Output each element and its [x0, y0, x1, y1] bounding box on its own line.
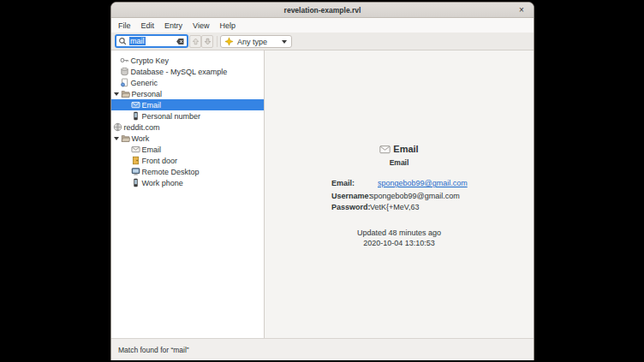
tree-item-email-work[interactable]: Email — [111, 144, 264, 155]
search-input-value: mail — [129, 37, 146, 45]
expander-icon[interactable] — [114, 92, 119, 96]
email-icon — [131, 145, 140, 154]
tree-item-database-mysql[interactable]: Database - MySQL example — [111, 66, 264, 77]
title-bar[interactable]: revelation-example.rvl × — [111, 3, 534, 18]
updated-relative-text: Updated 48 minutes ago — [265, 228, 534, 237]
database-icon — [120, 67, 129, 76]
app-window: revelation-example.rvl × File Edit Entry… — [110, 2, 534, 360]
menu-edit[interactable]: Edit — [136, 18, 160, 33]
monitor-icon — [131, 167, 140, 176]
find-next-button[interactable] — [201, 35, 213, 48]
email-field-label: Email: — [331, 179, 355, 187]
phone-icon — [131, 178, 140, 187]
username-value: spongebob99@gmail.com — [370, 192, 460, 200]
folder-icon — [121, 134, 130, 143]
toolbar-separator — [217, 36, 218, 47]
desktop-background: revelation-example.rvl × File Edit Entry… — [0, 0, 644, 362]
tree-item-email-personal[interactable]: Email — [111, 99, 264, 110]
expander-icon[interactable] — [114, 137, 119, 140]
generic-document-icon — [120, 78, 129, 87]
tree-item-work-phone[interactable]: Work phone — [111, 177, 264, 188]
toolbar: mail An — [111, 33, 534, 50]
arrow-down-icon — [203, 37, 212, 46]
phone-icon — [131, 111, 140, 121]
main-area: Crypto Key Database - MySQL example Gene… — [111, 50, 534, 338]
tree-item-work-folder[interactable]: Work — [111, 133, 264, 144]
key-icon — [120, 56, 129, 65]
door-icon — [131, 156, 140, 165]
menu-bar: File Edit Entry View Help — [111, 18, 534, 33]
menu-file[interactable]: File — [113, 18, 136, 33]
type-filter-value: Any type — [237, 38, 282, 46]
entry-title: Email — [393, 144, 418, 154]
entry-tree: Crypto Key Database - MySQL example Gene… — [111, 50, 265, 338]
menu-entry[interactable]: Entry — [159, 18, 188, 33]
entry-details-panel: Email Email Email: spongebob99@gmail.com… — [265, 50, 534, 338]
type-filter-dropdown[interactable]: Any type — [220, 35, 292, 48]
globe-icon — [113, 122, 122, 132]
email-icon — [379, 145, 391, 154]
menu-help[interactable]: Help — [214, 18, 241, 33]
any-type-star-icon — [224, 37, 234, 46]
entry-title-row: Email — [265, 144, 534, 154]
email-icon — [131, 100, 140, 110]
status-message: Match found for “mail” — [118, 346, 189, 354]
search-input[interactable]: mail — [115, 34, 188, 48]
search-icon — [118, 37, 128, 46]
password-field-label: Password: — [331, 203, 371, 211]
find-previous-button[interactable] — [189, 35, 201, 48]
tree-item-personal-number[interactable]: Personal number — [111, 110, 264, 122]
tree-item-reddit[interactable]: reddit.com — [111, 122, 264, 133]
close-icon[interactable]: × — [516, 3, 528, 15]
tree-item-crypto-key[interactable]: Crypto Key — [111, 55, 264, 66]
folder-icon — [121, 89, 130, 98]
arrow-up-icon — [191, 37, 200, 46]
chevron-down-icon — [282, 40, 287, 44]
menu-view[interactable]: View — [188, 18, 214, 33]
username-field-label: Username: — [331, 192, 372, 200]
window-title: revelation-example.rvl — [284, 6, 361, 15]
entry-type-subtitle: Email — [265, 158, 534, 167]
password-value: VetK{+MeV,63 — [370, 203, 419, 211]
email-link[interactable]: spongebob99@gmail.com — [378, 179, 468, 187]
tree-item-remote-desktop[interactable]: Remote Desktop — [111, 166, 264, 177]
tree-item-generic[interactable]: Generic — [111, 77, 264, 88]
updated-timestamp: 2020-10-04 13:10:53 — [265, 239, 534, 247]
status-bar: Match found for “mail” — [111, 338, 534, 360]
clear-search-icon[interactable] — [176, 37, 185, 46]
tree-item-front-door[interactable]: Front door — [111, 155, 264, 166]
tree-item-personal-folder[interactable]: Personal — [111, 88, 264, 99]
